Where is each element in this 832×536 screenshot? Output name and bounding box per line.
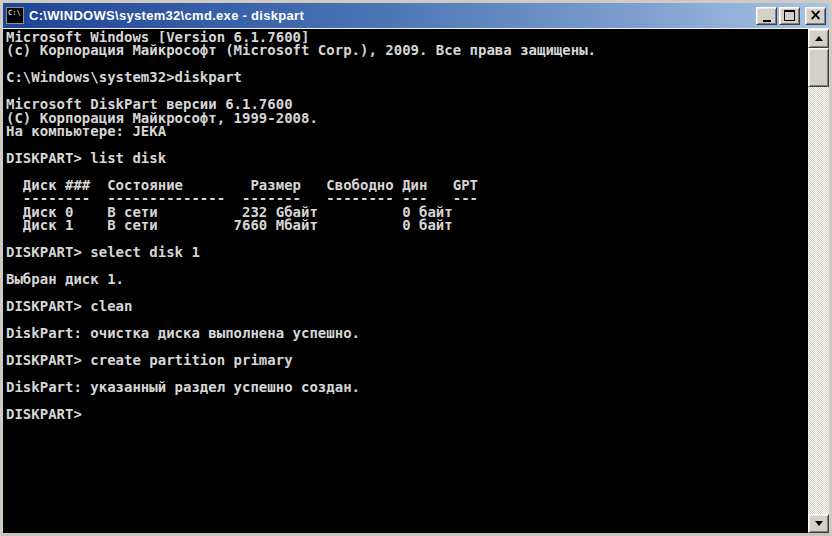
minimize-icon <box>763 20 771 22</box>
close-button[interactable]: × <box>805 7 826 25</box>
maximize-button[interactable] <box>779 7 800 25</box>
scrollbar-thumb[interactable] <box>808 48 829 87</box>
close-icon: × <box>809 9 822 21</box>
titlebar[interactable]: C:\ C:\WINDOWS\system32\cmd.exe - diskpa… <box>3 3 829 29</box>
window-title: C:\WINDOWS\system32\cmd.exe - diskpart <box>29 3 754 28</box>
scroll-down-button[interactable] <box>808 514 829 533</box>
scroll-up-button[interactable] <box>808 29 829 48</box>
console-client-area: Microsoft Windows [Version 6.1.7600] (c)… <box>3 29 829 533</box>
cmd-window: C:\ C:\WINDOWS\system32\cmd.exe - diskpa… <box>0 0 832 536</box>
cmd-icon[interactable]: C:\ <box>6 7 24 24</box>
terminal-output[interactable]: Microsoft Windows [Version 6.1.7600] (c)… <box>3 29 808 533</box>
maximize-icon <box>784 10 795 21</box>
arrow-up-icon <box>815 36 823 41</box>
cmd-icon-label: C:\ <box>7 8 23 17</box>
minimize-button[interactable] <box>756 7 777 25</box>
vertical-scrollbar[interactable] <box>808 29 829 533</box>
scrollbar-track[interactable] <box>808 87 829 514</box>
arrow-down-icon <box>815 521 823 526</box>
